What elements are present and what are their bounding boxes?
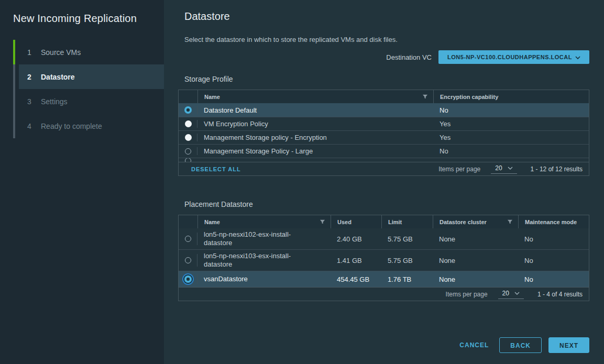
table-row[interactable]: Management Storage Policy - Large No xyxy=(179,144,589,158)
radio-selected[interactable] xyxy=(184,275,192,283)
table-footer: Items per page 20 1 - 4 of 4 results xyxy=(179,287,589,301)
maintenance-value: No xyxy=(518,257,590,264)
step-label: Ready to complete xyxy=(41,122,102,130)
used-value: 454.45 GB xyxy=(331,275,381,283)
step-progress-bar xyxy=(13,40,15,64)
maintenance-value: No xyxy=(518,235,590,243)
profile-name: VM Encryption Policy xyxy=(197,120,433,128)
placement-datastore-heading: Placement Datastore xyxy=(184,200,604,208)
wizard-title: New Incoming Replication xyxy=(13,13,164,25)
encryption-capability: Yes xyxy=(433,120,590,128)
step-datastore[interactable]: 2 Datastore xyxy=(13,64,164,89)
table-header-row: Name Encryption capability xyxy=(179,90,589,103)
back-button[interactable]: BACK xyxy=(499,337,542,353)
placement-datastore-table: Name Used Limit Datastore cluster xyxy=(178,215,589,301)
profile-name: Management Storage policy - Encryption xyxy=(197,134,433,141)
chevron-down-icon xyxy=(508,167,513,170)
profile-name: Management Storage Policy - Large xyxy=(197,147,433,155)
column-header-datastore-cluster[interactable]: Datastore cluster xyxy=(433,215,518,228)
results-count: 1 - 12 of 12 results xyxy=(531,166,583,173)
results-count: 1 - 4 of 4 results xyxy=(537,291,583,298)
datastore-name: vsanDatastore xyxy=(197,273,331,285)
step-number: 4 xyxy=(27,122,36,130)
limit-value: 5.75 GB xyxy=(381,235,433,243)
column-header-maintenance-mode[interactable]: Maintenance mode xyxy=(518,215,590,228)
used-value: 2.40 GB xyxy=(331,235,381,243)
table-header-row: Name Used Limit Datastore cluster xyxy=(179,215,589,228)
items-per-page-select[interactable]: 20 xyxy=(491,164,517,174)
filter-icon[interactable] xyxy=(507,219,513,225)
step-number: 2 xyxy=(27,73,36,81)
used-value: 1.41 GB xyxy=(331,257,381,264)
destination-vc-select[interactable]: LON5-NP-VC100.CLOUDHAPPENS.LOCAL xyxy=(438,50,589,64)
radio-unselected[interactable] xyxy=(185,236,191,242)
step-progress-bar xyxy=(13,64,15,89)
encryption-capability: No xyxy=(433,106,590,114)
step-ready-to-complete[interactable]: 4 Ready to complete xyxy=(13,114,164,138)
profile-name: Datastore Default xyxy=(197,106,433,114)
wizard-actions: CANCEL BACK NEXT xyxy=(454,337,589,353)
chevron-down-icon xyxy=(575,56,580,60)
filter-icon[interactable] xyxy=(320,219,325,225)
wizard-sidebar: New Incoming Replication 1 Source VMs 2 … xyxy=(0,0,164,364)
next-button[interactable]: NEXT xyxy=(548,337,589,353)
table-row[interactable]: VM Encryption Policy Yes xyxy=(179,117,589,130)
maintenance-value: No xyxy=(518,275,590,283)
page-title: Datastore xyxy=(184,10,604,23)
encryption-capability: No xyxy=(433,147,590,155)
column-header-name[interactable]: Name xyxy=(197,215,331,228)
limit-value: 5.75 GB xyxy=(381,257,433,264)
radio-unselected[interactable] xyxy=(185,257,191,263)
datastore-name: lon5-np-nesxi103-esx-install-datastore xyxy=(197,250,331,271)
table-row-clipped[interactable] xyxy=(179,158,589,162)
destination-vc-row: Destination VC LON5-NP-VC100.CLOUDHAPPEN… xyxy=(178,50,589,64)
column-header-name[interactable]: Name xyxy=(197,90,433,103)
column-header-encryption[interactable]: Encryption capability xyxy=(433,90,590,103)
table-row[interactable]: vsanDatastore 454.45 GB 1.76 TB None No xyxy=(179,271,589,287)
step-number: 1 xyxy=(27,48,36,57)
step-label: Source VMs xyxy=(41,48,81,57)
cluster-value: None xyxy=(433,235,518,243)
filter-icon[interactable] xyxy=(422,94,428,100)
encryption-capability: Yes xyxy=(433,134,590,141)
radio-column-header xyxy=(179,215,197,228)
new-incoming-replication-wizard: New Incoming Replication 1 Source VMs 2 … xyxy=(0,0,604,364)
radio-unselected[interactable] xyxy=(185,120,192,127)
column-header-limit[interactable]: Limit xyxy=(381,215,433,228)
cluster-value: None xyxy=(433,275,518,283)
table-row[interactable]: Management Storage policy - Encryption Y… xyxy=(179,130,589,144)
radio-unselected xyxy=(185,158,191,162)
step-progress-bar xyxy=(13,114,15,138)
table-footer: DESELECT ALL Items per page 20 1 - 12 of… xyxy=(179,162,589,175)
storage-profile-table: Name Encryption capability Datastore Def… xyxy=(178,90,589,176)
step-progress-bar xyxy=(13,89,15,114)
destination-vc-label: Destination VC xyxy=(386,53,432,61)
table-row[interactable]: lon5-np-nesxi102-esx-install-datastore 2… xyxy=(179,228,589,249)
table-row[interactable]: Datastore Default No xyxy=(179,103,589,117)
destination-vc-value: LON5-NP-VC100.CLOUDHAPPENS.LOCAL xyxy=(447,54,572,60)
wizard-main-panel: Datastore Select the datastore in which … xyxy=(164,0,604,364)
column-header-used[interactable]: Used xyxy=(331,215,381,228)
datastore-name: lon5-np-nesxi102-esx-install-datastore xyxy=(197,228,331,249)
step-settings[interactable]: 3 Settings xyxy=(13,89,164,114)
step-label: Settings xyxy=(41,97,68,106)
chevron-down-icon xyxy=(514,292,520,295)
radio-unselected[interactable] xyxy=(185,134,192,141)
items-per-page-label: Items per page xyxy=(446,291,488,298)
storage-profile-heading: Storage Profile xyxy=(184,75,604,83)
cancel-button[interactable]: CANCEL xyxy=(454,337,494,353)
step-number: 3 xyxy=(27,97,36,106)
radio-column-header xyxy=(179,90,197,103)
items-per-page-select[interactable]: 20 xyxy=(498,290,524,299)
page-description: Select the datastore in which to store t… xyxy=(184,36,604,43)
limit-value: 1.76 TB xyxy=(381,275,433,283)
radio-unselected[interactable] xyxy=(185,148,191,155)
deselect-all-button[interactable]: DESELECT ALL xyxy=(191,166,241,172)
radio-selected[interactable] xyxy=(184,106,192,114)
step-source-vms[interactable]: 1 Source VMs xyxy=(13,40,164,64)
items-per-page-label: Items per page xyxy=(438,166,480,173)
wizard-steps: 1 Source VMs 2 Datastore 3 Settings xyxy=(13,40,164,138)
cluster-value: None xyxy=(433,257,518,264)
table-row[interactable]: lon5-np-nesxi103-esx-install-datastore 1… xyxy=(179,249,589,271)
step-label: Datastore xyxy=(41,73,75,81)
